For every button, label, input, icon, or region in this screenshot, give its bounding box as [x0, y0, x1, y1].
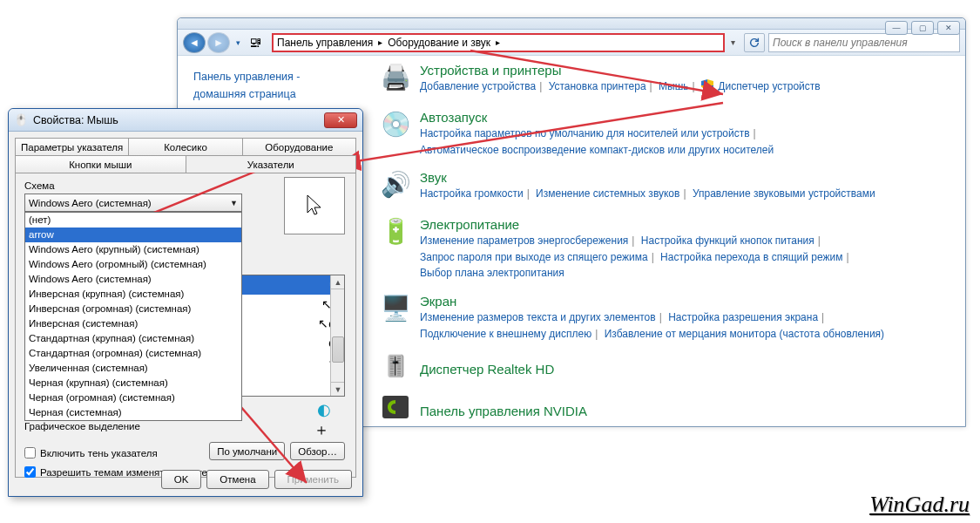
breadcrumb-dropdown[interactable]: ▾ [725, 37, 740, 47]
cat-display: 🖥️ Экран Изменение размеров текста и дру… [378, 294, 960, 342]
scheme-option[interactable]: Windows Aero (крупный) (системная) [25, 242, 241, 257]
cursor-preview [284, 177, 345, 234]
cat-title[interactable]: Экран [420, 294, 960, 309]
scheme-option[interactable]: Инверсная (крупная) (системная) [25, 287, 241, 302]
scrollbar[interactable]: ▲ ▼ [330, 275, 344, 396]
dialog-button-row: OK Отмена Применить [161, 470, 352, 489]
mouse-properties-dialog: 🖱️ Свойства: Мышь ✕ Параметры указателя … [8, 108, 363, 497]
tab-hardware[interactable]: Оборудование [243, 138, 356, 155]
cp-navbar: ◄ ► ▾ 🖳 Панель управления ▸ Оборудование… [178, 30, 965, 56]
link-mouse[interactable]: Мышь [659, 80, 689, 92]
link-sys-sounds[interactable]: Изменение системных звуков [536, 187, 679, 200]
link-power-buttons[interactable]: Настройка функций кнопок питания [641, 234, 814, 247]
use-default-button[interactable]: По умолчани [209, 442, 285, 460]
cat-power: 🔋 Электропитание Изменение параметров эн… [378, 217, 960, 282]
scheme-option[interactable]: Увеличенная (системная) [25, 361, 241, 376]
minimize-button[interactable]: — [885, 21, 908, 35]
cat-realtek: 🎚️ Диспетчер Realtek HD [378, 354, 960, 384]
scheme-dropdown-list[interactable]: (нет)arrowWindows Aero (крупный) (систем… [24, 212, 242, 421]
mp-titlebar: 🖱️ Свойства: Мышь ✕ [9, 109, 362, 132]
close-button[interactable]: ✕ [937, 21, 960, 35]
scheme-option[interactable]: Инверсная (огромная) (системная) [25, 302, 241, 316]
link-power-pw[interactable]: Запрос пароля при выходе из спящего режи… [420, 251, 648, 263]
crosshair-icon: ＋ [314, 419, 329, 440]
mp-title-text: Свойства: Мышь [33, 114, 324, 126]
svg-rect-0 [382, 396, 409, 418]
cp-window-buttons: — ▢ ✕ [885, 21, 960, 35]
cat-title[interactable]: Автозапуск [420, 110, 960, 125]
cp-main: 🖨️ Устройства и принтеры Добавление устр… [369, 56, 965, 427]
cat-devices: 🖨️ Устройства и принтеры Добавление устр… [378, 63, 960, 98]
maximize-button[interactable]: ▢ [911, 21, 934, 35]
cancel-button[interactable]: Отмена [206, 470, 268, 489]
cat-autoplay: 💿 Автозапуск Настройка параметров по умо… [378, 110, 960, 158]
mp-tabpage-pointers: Схема Windows Aero (системная) ▼ (нет)ar… [15, 173, 356, 478]
scheme-option[interactable]: (нет) [25, 213, 241, 228]
breadcrumb-leaf[interactable]: Оборудование и звук [388, 37, 490, 49]
autoplay-icon: 💿 [378, 110, 413, 145]
cat-sound: 🔊 Звук Настройка громкости| Изменение си… [378, 170, 960, 205]
apply-button[interactable]: Применить [274, 470, 352, 489]
cat-title[interactable]: Звук [420, 170, 960, 185]
scheme-option[interactable]: arrow [25, 228, 241, 242]
scheme-option[interactable]: Стандартная (крупная) (системная) [25, 331, 241, 346]
scheme-option[interactable]: Windows Aero (системная) [25, 272, 241, 287]
link-volume[interactable]: Настройка громкости [420, 187, 524, 200]
scroll-thumb[interactable] [332, 336, 344, 363]
sound-icon: 🔊 [378, 170, 413, 205]
cat-title[interactable]: Панель управления NVIDIA [420, 404, 587, 418]
scroll-down-icon[interactable]: ▼ [331, 382, 345, 396]
scroll-up-icon[interactable]: ▲ [331, 275, 345, 289]
browse-button[interactable]: Обзор… [290, 442, 345, 460]
tab-pointer-options[interactable]: Параметры указателя [15, 138, 129, 155]
search-input[interactable]: Поиск в панели управления [768, 33, 960, 52]
cp-titlebar [178, 18, 965, 30]
link-install-printer[interactable]: Установка принтера [549, 80, 646, 92]
scheme-combobox[interactable]: Windows Aero (системная) ▼ (нет)arrowWin… [24, 194, 242, 212]
nav-forward-button[interactable]: ► [207, 32, 230, 53]
dialog-close-button[interactable]: ✕ [324, 112, 357, 128]
refresh-button[interactable] [744, 33, 765, 52]
link-sleep[interactable]: Настройка перехода в спящий режим [660, 251, 842, 263]
link-refresh[interactable]: Избавление от мерцания монитора (частота… [605, 328, 884, 340]
link-power-plan[interactable]: Выбор плана электропитания [420, 267, 564, 279]
scheme-option[interactable]: Черная (системная) [25, 405, 241, 420]
nav-back-button[interactable]: ◄ [183, 32, 206, 53]
printer-icon: 🖨️ [378, 63, 413, 98]
power-icon: 🔋 [378, 217, 413, 252]
link-audio-devices[interactable]: Управление звуковыми устройствами [693, 187, 875, 200]
link-power-save[interactable]: Изменение параметров энергосбережения [420, 234, 628, 247]
tab-wheel[interactable]: Колесико [129, 138, 242, 155]
cat-links: Добавление устройства| Установка принтер… [420, 78, 960, 95]
cat-title[interactable]: Электропитание [420, 217, 960, 232]
link-device-manager[interactable]: Диспетчер устройств [718, 80, 820, 92]
link-ext-display[interactable]: Подключение к внешнему дисплею [420, 328, 591, 340]
link-autoplay-cd[interactable]: Автоматическое воспроизведение компакт-д… [420, 144, 774, 156]
checkbox-input[interactable] [24, 466, 36, 478]
nav-history-dropdown[interactable]: ▾ [232, 32, 244, 53]
scheme-option[interactable]: Черная (крупная) (системная) [25, 376, 241, 391]
scheme-option[interactable]: Windows Aero (огромный) (системная) [25, 257, 241, 272]
checkbox-input[interactable] [24, 447, 36, 458]
realtek-icon: 🎚️ [378, 354, 413, 384]
link-text-size[interactable]: Изменение размеров текста и других элеме… [420, 311, 656, 323]
breadcrumb[interactable]: Панель управления ▸ Оборудование и звук … [272, 33, 725, 52]
location-icon: 🖳 [249, 34, 270, 51]
breadcrumb-root[interactable]: Панель управления [277, 37, 373, 49]
link-autoplay-defaults[interactable]: Настройка параметров по умолчанию для но… [420, 127, 750, 139]
ok-button[interactable]: OK [161, 470, 202, 489]
display-icon: 🖥️ [378, 294, 413, 329]
busy-ring-icon: ◐ [317, 400, 331, 419]
enable-shadow-checkbox[interactable]: Включить тень указателя [24, 447, 158, 458]
link-resolution[interactable]: Настройка разрешения экрана [668, 311, 818, 323]
cp-home-link[interactable]: Панель управления - домашняя страница [193, 71, 300, 100]
scheme-option[interactable]: Инверсная (системная) [25, 316, 241, 331]
link-add-device[interactable]: Добавление устройства [420, 80, 536, 92]
tab-buttons[interactable]: Кнопки мыши [15, 155, 186, 173]
cat-title[interactable]: Устройства и принтеры [420, 63, 960, 78]
tab-pointers[interactable]: Указатели [186, 155, 357, 173]
refresh-icon [748, 37, 760, 49]
scheme-option[interactable]: Стандартная (огромная) (системная) [25, 346, 241, 361]
scheme-option[interactable]: Черная (огромная) (системная) [25, 391, 241, 405]
cat-title[interactable]: Диспетчер Realtek HD [420, 362, 554, 377]
